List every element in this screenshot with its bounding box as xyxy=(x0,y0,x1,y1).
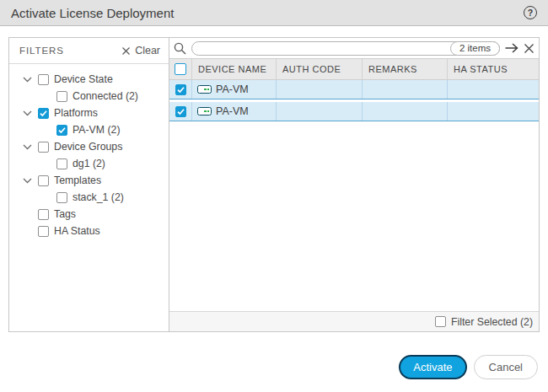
table-body: PA-VMPA-VM xyxy=(169,80,539,311)
clear-search-icon[interactable] xyxy=(524,43,535,54)
filters-sidebar: FILTERS Clear Device StateConnected (2)P… xyxy=(9,38,169,331)
filter-item-dg1-2[interactable]: dg1 (2) xyxy=(9,155,169,172)
filter-item-device-state[interactable]: Device State xyxy=(9,71,169,88)
device-icon xyxy=(197,107,212,115)
search-icon xyxy=(173,41,187,56)
filter-item-label: Tags xyxy=(54,208,76,220)
row-checkbox-cell xyxy=(169,80,192,99)
check-icon xyxy=(176,85,185,94)
filter-checkbox-templates[interactable] xyxy=(38,175,49,186)
chevron-wrapper xyxy=(23,110,33,116)
main-panel: FILTERS Clear Device StateConnected (2)P… xyxy=(8,37,540,332)
dialog-actions: Activate Cancel xyxy=(399,355,538,379)
device-led xyxy=(204,110,207,113)
filter-checkbox-ha-status[interactable] xyxy=(38,226,49,237)
check-icon xyxy=(176,107,185,116)
filter-item-connected-2[interactable]: Connected (2) xyxy=(9,88,169,105)
filter-item-platforms[interactable]: Platforms xyxy=(9,105,169,121)
activate-button[interactable]: Activate xyxy=(399,355,466,379)
ha-status-cell xyxy=(448,80,539,99)
auth-code-cell xyxy=(277,102,363,121)
filter-checkbox-stack-1-2[interactable] xyxy=(56,192,67,203)
filter-checkbox-tags[interactable] xyxy=(38,209,49,220)
search-bar: 2 items xyxy=(169,38,539,58)
page-title: Activate License Deployment xyxy=(11,6,174,20)
filter-item-label: dg1 (2) xyxy=(73,158,105,169)
device-led xyxy=(207,89,210,91)
cancel-button[interactable]: Cancel xyxy=(474,355,538,379)
table-header-checkbox-cell xyxy=(169,59,192,79)
device-name: PA-VM xyxy=(216,105,249,117)
filter-tree: Device StateConnected (2)PlatformsPA-VM … xyxy=(9,64,169,239)
table-header-row: DEVICE NAMEAUTH CODEREMARKSHA STATUS xyxy=(169,58,539,80)
column-header-remarks[interactable]: REMARKS xyxy=(363,59,448,79)
apply-filter-arrow-icon[interactable] xyxy=(504,42,519,54)
clear-label: Clear xyxy=(135,45,160,56)
chevron-down-icon[interactable] xyxy=(23,178,32,184)
table-row[interactable]: PA-VM xyxy=(169,102,539,121)
filter-item-templates[interactable]: Templates xyxy=(9,172,169,189)
dialog-titlebar: Activate License Deployment ? xyxy=(0,0,548,26)
filter-item-label: Platforms xyxy=(54,107,98,119)
auth-code-cell xyxy=(277,80,363,99)
row-checkbox[interactable] xyxy=(175,106,186,117)
filter-item-label: Device State xyxy=(54,73,113,85)
filters-title: FILTERS xyxy=(19,46,64,56)
search-input-wrapper: 2 items xyxy=(191,41,500,56)
filter-checkbox-dg1-2[interactable] xyxy=(56,158,67,169)
clear-x-icon xyxy=(121,46,131,56)
search-input[interactable] xyxy=(192,43,450,54)
chevron-wrapper xyxy=(23,144,33,150)
device-icon xyxy=(197,85,212,94)
help-icon[interactable]: ? xyxy=(524,6,537,19)
activate-license-deployment-dialog: Activate License Deployment ? FILTERS Cl… xyxy=(0,0,548,392)
filter-item-label: Device Groups xyxy=(54,141,122,153)
filter-checkbox-device-groups[interactable] xyxy=(38,142,49,153)
row-checkbox[interactable] xyxy=(175,84,186,95)
filter-item-device-groups[interactable]: Device Groups xyxy=(9,138,169,155)
filter-selected-checkbox[interactable] xyxy=(435,316,446,327)
filter-item-label: Connected (2) xyxy=(73,90,138,102)
filter-checkbox-platforms[interactable] xyxy=(38,108,49,119)
filter-checkbox-device-state[interactable] xyxy=(38,74,49,85)
ha-status-cell xyxy=(448,102,539,121)
filter-item-label: stack_1 (2) xyxy=(73,191,124,203)
chevron-wrapper xyxy=(23,178,33,184)
remarks-cell xyxy=(363,102,448,121)
column-header-ha-status[interactable]: HA STATUS xyxy=(448,59,539,79)
remarks-cell xyxy=(363,80,448,99)
device-led xyxy=(204,89,207,91)
column-header-auth-code[interactable]: AUTH CODE xyxy=(277,59,363,79)
chevron-down-icon[interactable] xyxy=(23,110,32,116)
filter-checkbox-connected-2[interactable] xyxy=(56,91,67,102)
chevron-down-icon[interactable] xyxy=(23,77,32,83)
filter-item-pa-vm-2[interactable]: PA-VM (2) xyxy=(9,121,169,138)
check-icon xyxy=(57,126,67,135)
filter-item-label: Templates xyxy=(54,175,101,186)
filter-item-tags[interactable]: Tags xyxy=(9,206,169,223)
check-icon xyxy=(39,109,48,118)
filter-item-stack-1-2[interactable]: stack_1 (2) xyxy=(9,189,169,206)
table-footer: Filter Selected (2) xyxy=(169,311,539,331)
select-all-checkbox[interactable] xyxy=(175,63,186,75)
clear-filters-button[interactable]: Clear xyxy=(121,45,160,56)
device-table-area: 2 items DEVICE NAMEAUTH CODEREMARKSHA ST… xyxy=(169,38,539,331)
table-row[interactable]: PA-VM xyxy=(169,80,539,99)
filter-item-label: HA Status xyxy=(54,225,100,237)
filter-selected-label: Filter Selected (2) xyxy=(451,316,533,328)
filters-header: FILTERS Clear xyxy=(9,38,169,64)
device-led xyxy=(207,110,210,113)
device-name: PA-VM xyxy=(216,83,249,95)
chevron-wrapper xyxy=(23,77,33,83)
items-count-badge: 2 items xyxy=(450,41,500,56)
chevron-down-icon[interactable] xyxy=(23,144,32,150)
filter-item-ha-status[interactable]: HA Status xyxy=(9,223,169,239)
device-name-cell: PA-VM xyxy=(192,80,277,99)
filter-item-label: PA-VM (2) xyxy=(73,124,120,136)
device-name-cell: PA-VM xyxy=(192,102,277,121)
column-header-device-name[interactable]: DEVICE NAME xyxy=(192,59,277,79)
row-checkbox-cell xyxy=(169,102,192,121)
filter-checkbox-pa-vm-2[interactable] xyxy=(56,125,67,136)
